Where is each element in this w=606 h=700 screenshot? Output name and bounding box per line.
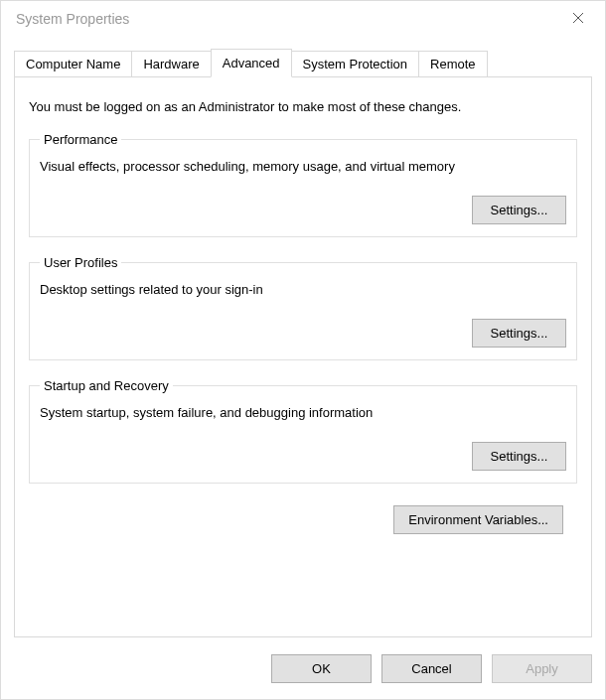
cancel-button[interactable]: Cancel [381, 654, 482, 683]
close-icon [572, 12, 584, 27]
tab-remote[interactable]: Remote [418, 51, 488, 77]
ok-button[interactable]: OK [271, 654, 372, 683]
tab-strip: Computer Name Hardware Advanced System P… [14, 49, 592, 77]
system-properties-window: System Properties Computer Name Hardware… [0, 0, 606, 700]
tab-computer-name[interactable]: Computer Name [14, 51, 132, 77]
dialog-footer: OK Cancel Apply [1, 637, 605, 699]
titlebar: System Properties [1, 1, 605, 37]
performance-settings-button[interactable]: Settings... [472, 196, 566, 224]
environment-variables-button[interactable]: Environment Variables... [393, 505, 563, 534]
tab-advanced[interactable]: Advanced [211, 49, 292, 77]
advanced-tab-panel: You must be logged on as an Administrato… [14, 76, 592, 637]
window-title: System Properties [16, 11, 555, 27]
user-profiles-description: Desktop settings related to your sign-in [40, 282, 566, 297]
startup-recovery-settings-button[interactable]: Settings... [472, 442, 566, 471]
close-button[interactable] [555, 3, 601, 35]
user-profiles-group: User Profiles Desktop settings related t… [29, 255, 577, 360]
admin-notice: You must be logged on as an Administrato… [29, 99, 577, 114]
startup-recovery-group: Startup and Recovery System startup, sys… [29, 378, 577, 484]
startup-recovery-legend: Startup and Recovery [40, 378, 173, 393]
user-profiles-legend: User Profiles [40, 255, 121, 270]
performance-legend: Performance [40, 132, 121, 147]
performance-group: Performance Visual effects, processor sc… [29, 132, 577, 237]
tab-hardware[interactable]: Hardware [131, 51, 211, 77]
client-area: Computer Name Hardware Advanced System P… [1, 37, 605, 637]
performance-description: Visual effects, processor scheduling, me… [40, 159, 566, 174]
user-profiles-settings-button[interactable]: Settings... [472, 319, 566, 348]
apply-button[interactable]: Apply [492, 654, 592, 683]
tab-system-protection[interactable]: System Protection [291, 51, 420, 77]
startup-recovery-description: System startup, system failure, and debu… [40, 405, 566, 420]
